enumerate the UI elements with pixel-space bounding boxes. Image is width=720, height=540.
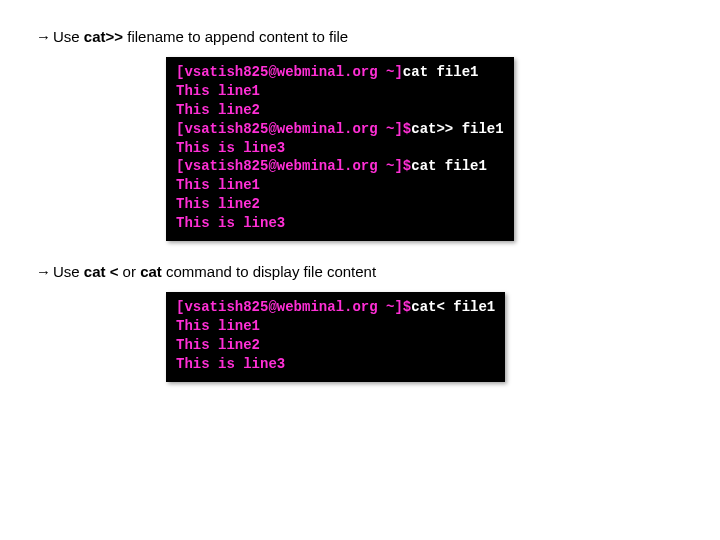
- caption-text-post: filename to append content to file: [123, 28, 348, 45]
- term-output: This line2: [176, 102, 260, 118]
- term-output: This is line3: [176, 215, 285, 231]
- terminal-append-wrap: [vsatish825@webminal.org ~]cat file1 Thi…: [166, 57, 684, 241]
- term-output: This line2: [176, 196, 260, 212]
- term-cmd: cat>> file1: [411, 121, 503, 137]
- term-cmd: cat file1: [411, 158, 487, 174]
- term-output: This is line3: [176, 140, 285, 156]
- term-output: This line1: [176, 177, 260, 193]
- term-output: This is line3: [176, 356, 285, 372]
- term-output: This line1: [176, 318, 260, 334]
- terminal-append: [vsatish825@webminal.org ~]cat file1 Thi…: [166, 57, 514, 241]
- caption-bold-cmd: cat>>: [84, 28, 123, 45]
- term-output: This line1: [176, 83, 260, 99]
- caption-text-pre: Use: [53, 28, 84, 45]
- term-prompt: [vsatish825@webminal.org ~]$: [176, 158, 411, 174]
- term-prompt: [vsatish825@webminal.org ~]$: [176, 121, 411, 137]
- terminal-display: [vsatish825@webminal.org ~]$cat< file1 T…: [166, 292, 505, 382]
- term-cmd: cat< file1: [411, 299, 495, 315]
- caption-text-pre: Use: [53, 263, 84, 280]
- arrow-icon: →: [36, 28, 51, 45]
- page: →Use cat>> filename to append content to…: [0, 0, 720, 382]
- term-prompt: [vsatish825@webminal.org ~]: [176, 64, 403, 80]
- caption-bold-cmd: cat <: [84, 263, 119, 280]
- terminal-display-wrap: [vsatish825@webminal.org ~]$cat< file1 T…: [166, 292, 684, 382]
- term-output: This line2: [176, 337, 260, 353]
- arrow-icon: →: [36, 263, 51, 280]
- caption-bold-cmd: cat: [140, 263, 162, 280]
- caption-append: →Use cat>> filename to append content to…: [36, 28, 684, 45]
- term-cmd: cat file1: [403, 64, 479, 80]
- caption-text-mid: or: [118, 263, 140, 280]
- term-prompt: [vsatish825@webminal.org ~]$: [176, 299, 411, 315]
- caption-display: →Use cat < or cat command to display fil…: [36, 263, 684, 280]
- caption-text-post: command to display file content: [162, 263, 376, 280]
